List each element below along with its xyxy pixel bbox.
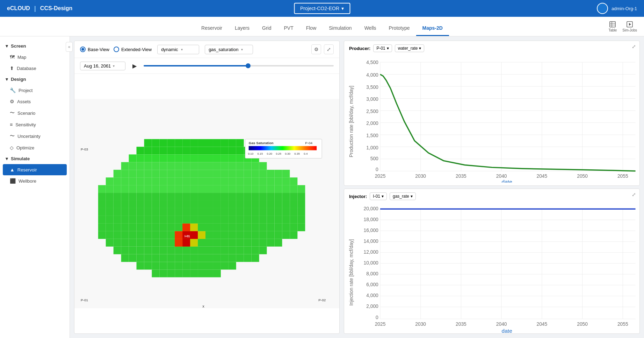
table-button[interactable]: Table xyxy=(608,21,617,32)
date-selector[interactable]: Aug 16, 2061 ▾ xyxy=(80,62,125,70)
play-button[interactable]: ▶ xyxy=(130,61,139,71)
svg-rect-288 xyxy=(152,231,159,239)
slider-thumb[interactable] xyxy=(246,63,251,68)
producer-well-select[interactable]: P-01 ▾ xyxy=(373,44,392,52)
base-view-radio[interactable]: Base-View xyxy=(80,47,109,52)
sidebar-item-reservoir[interactable]: ▲ Reservoir xyxy=(3,164,67,175)
sidebar-item-sensitivity[interactable]: ≡ Sensitivity xyxy=(0,119,70,130)
tab-layers[interactable]: Layers xyxy=(229,21,256,36)
svg-rect-324 xyxy=(236,239,244,247)
svg-rect-116 xyxy=(274,177,282,185)
svg-text:8,000: 8,000 xyxy=(366,271,378,276)
producer-metric-select[interactable]: water_rate ▾ xyxy=(395,44,425,52)
tab-reservoir[interactable]: Reservoir xyxy=(195,21,229,36)
sidebar-item-map[interactable]: 🗺 Map xyxy=(0,51,70,63)
svg-rect-36 xyxy=(137,154,144,162)
sidebar-section-design[interactable]: ▾ Design xyxy=(0,74,70,85)
sidebar-collapse-button[interactable]: « xyxy=(66,42,73,52)
x-axis-label: x xyxy=(202,304,204,308)
tab-simulation[interactable]: Simulation xyxy=(323,21,358,36)
svg-rect-243 xyxy=(221,216,229,224)
sidebar-item-uncertainty[interactable]: 〜 Uncertainty xyxy=(0,130,70,142)
tab-pvt[interactable]: PVT xyxy=(277,21,299,36)
svg-rect-93 xyxy=(282,170,290,177)
extended-view-radio[interactable]: Extended-View xyxy=(114,47,152,52)
sidebar-section-simulate[interactable]: ▾ Simulate xyxy=(0,153,70,164)
svg-text:0.35: 0.35 xyxy=(294,152,300,155)
svg-rect-368 xyxy=(137,262,144,270)
svg-rect-178 xyxy=(137,200,144,208)
sidebar-item-assets[interactable]: ⚙ Assets xyxy=(0,96,70,107)
svg-rect-326 xyxy=(252,239,259,247)
svg-rect-268 xyxy=(205,224,213,231)
injector-well-select[interactable]: I-01 ▾ xyxy=(370,192,387,200)
producer-metric-chevron: ▾ xyxy=(419,46,421,51)
svg-rect-312 xyxy=(144,239,152,247)
expand-button[interactable]: ⤢ xyxy=(324,44,334,54)
svg-rect-400 xyxy=(175,231,182,239)
svg-rect-23 xyxy=(159,147,167,154)
sidebar-item-wellbore[interactable]: ⬛ Wellbore xyxy=(0,175,70,186)
svg-rect-86 xyxy=(229,170,236,177)
svg-rect-231 xyxy=(129,216,137,224)
svg-rect-15 xyxy=(205,139,213,147)
svg-rect-160 xyxy=(205,193,213,200)
svg-rect-140 xyxy=(259,185,267,193)
wellbore-icon: ⬛ xyxy=(10,178,16,184)
svg-rect-199 xyxy=(297,200,305,208)
svg-rect-328 xyxy=(267,239,275,247)
svg-rect-41 xyxy=(175,154,182,162)
project-selector[interactable]: Project-CO2-EOR ▾ xyxy=(294,3,350,14)
svg-rect-137 xyxy=(236,185,244,193)
svg-rect-107 xyxy=(205,177,213,185)
svg-rect-241 xyxy=(205,216,213,224)
timeline-slider[interactable] xyxy=(144,65,334,66)
svg-rect-25 xyxy=(175,147,182,154)
svg-rect-202 xyxy=(114,208,121,216)
sidebar-item-optimize[interactable]: ◇ Optimize xyxy=(0,142,70,153)
svg-rect-97 xyxy=(129,177,137,185)
simjobs-button[interactable]: Sim-Jobs xyxy=(622,21,637,32)
producer-chart-expand[interactable]: ⤢ xyxy=(632,44,636,49)
injector-chart-header: Injector: I-01 ▾ gas_rate ▾ xyxy=(344,189,639,202)
sidebar-section-screen[interactable]: ▾ Screen xyxy=(0,41,70,51)
design-label: Design xyxy=(11,77,26,82)
svg-text:16,000: 16,000 xyxy=(364,227,379,233)
database-label: Database xyxy=(17,66,36,71)
svg-rect-180 xyxy=(152,200,159,208)
svg-rect-382 xyxy=(159,270,167,277)
svg-rect-0 xyxy=(610,21,615,27)
svg-rect-104 xyxy=(182,177,190,185)
injector-chart-expand[interactable]: ⤢ xyxy=(632,192,636,197)
dynamic-dropdown[interactable]: dynamic ▾ xyxy=(157,45,199,54)
svg-rect-52 xyxy=(121,162,129,170)
product-label: CCS-Design xyxy=(40,5,72,12)
svg-rect-196 xyxy=(274,200,282,208)
tab-prototype[interactable]: Prototype xyxy=(383,21,416,36)
simulate-label: Simulate xyxy=(11,156,30,161)
injector-metric-select[interactable]: gas_rate ▾ xyxy=(390,192,416,200)
sidebar-item-project[interactable]: 🔧 Project xyxy=(0,85,70,96)
tab-wells[interactable]: Wells xyxy=(358,21,383,36)
svg-rect-43 xyxy=(190,154,198,162)
user-avatar: 👤 xyxy=(597,3,608,14)
tab-flow[interactable]: Flow xyxy=(300,21,323,36)
svg-rect-282 xyxy=(106,231,114,239)
sidebar-item-database[interactable]: ⬆ Database xyxy=(0,63,70,74)
svg-rect-87 xyxy=(236,170,244,177)
svg-rect-171 xyxy=(290,193,297,200)
gear-button[interactable]: ⚙ xyxy=(311,44,321,54)
svg-rect-115 xyxy=(267,177,275,185)
gas-saturation-dropdown[interactable]: gas_saturation ▾ xyxy=(205,45,253,54)
tab-grid[interactable]: Grid xyxy=(256,21,277,36)
tab-maps2d[interactable]: Maps-2D xyxy=(416,21,449,36)
sidebar-item-scenario[interactable]: 〜 Scenario xyxy=(0,107,70,119)
svg-rect-339 xyxy=(182,247,190,254)
svg-rect-388 xyxy=(205,270,213,277)
svg-rect-11 xyxy=(175,139,182,147)
svg-rect-13 xyxy=(190,139,198,147)
svg-rect-296 xyxy=(213,231,221,239)
chevron-design: ▾ xyxy=(6,77,8,82)
svg-rect-154 xyxy=(159,193,167,200)
svg-rect-119 xyxy=(98,185,106,193)
